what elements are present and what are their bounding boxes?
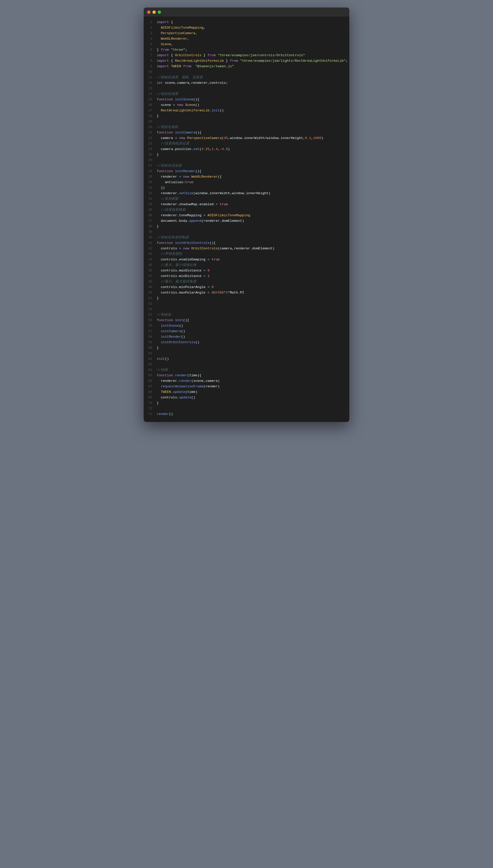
token-plain: (render) <box>203 385 220 388</box>
line-content: function init(){ <box>157 318 189 323</box>
code-line: 62init() <box>144 356 349 362</box>
token-plain: ; <box>185 48 187 52</box>
token-fn: update <box>173 390 185 394</box>
line-number: 47 <box>144 273 152 279</box>
line-number: 68 <box>144 389 152 395</box>
token-bool: true <box>220 203 228 206</box>
line-number: 22 <box>144 135 152 141</box>
token-plain <box>206 213 207 217</box>
line-content: //初始化 <box>157 312 171 318</box>
token-plain: () <box>195 103 199 107</box>
line-content: } <box>157 400 159 406</box>
token-cmt: //初始化轨道控制器 <box>157 236 189 239</box>
close-button[interactable] <box>147 10 150 14</box>
token-num: 9 <box>208 269 210 272</box>
code-line: 18} <box>144 113 349 119</box>
token-plain: camera.position. <box>157 147 193 151</box>
line-content <box>157 157 159 163</box>
line-content: antialias:true <box>157 179 193 185</box>
token-plain: controls.minPolarAngle <box>157 285 208 289</box>
token-plain: (time) <box>185 390 197 394</box>
token-plain <box>157 197 161 201</box>
line-content: controls.minPolarAngle = 0 <box>157 284 214 290</box>
token-kw: new <box>183 247 189 250</box>
line-content: initScene() <box>157 323 183 329</box>
token-plain: } <box>201 54 207 57</box>
token-cmt: //初始化相机 <box>157 125 178 129</box>
line-content: renderer = new WebGLRenderer({ <box>157 174 222 179</box>
line-number: 20 <box>144 124 152 130</box>
minimize-button[interactable] <box>152 10 156 14</box>
line-content: } from "three"; <box>157 47 187 53</box>
token-plain: controls.maxPolarAngle <box>157 291 208 295</box>
token-plain <box>218 203 220 206</box>
code-line: 23 //设置相机的位置 <box>144 141 349 147</box>
line-number: 53 <box>144 306 152 312</box>
token-kw: from <box>208 54 216 57</box>
line-number: 52 <box>144 301 152 306</box>
code-line: 39 <box>144 229 349 235</box>
token-tween: TWEEN <box>161 390 171 394</box>
token-plain: { <box>169 20 173 24</box>
token-plain <box>173 374 175 377</box>
line-number: 38 <box>144 224 152 229</box>
line-content: controls.minDistance = 1 <box>157 273 210 279</box>
token-plain: () <box>165 357 169 361</box>
line-number: 50 <box>144 290 152 296</box>
token-kw: function <box>157 318 173 322</box>
line-number: 71 <box>144 406 152 411</box>
code-line: 26 <box>144 157 349 163</box>
token-plain: renderer. <box>157 191 179 195</box>
token-plain <box>206 274 207 278</box>
line-content: initOrbitControls() <box>157 340 199 345</box>
code-line: 47 controls.minDistance = 1 <box>144 273 349 279</box>
token-plain: } <box>157 153 159 156</box>
line-content <box>157 406 159 411</box>
line-content: //最小、最大旋转角度 <box>157 279 196 284</box>
line-content: camera.position.set(4.25,1.4,-4.5) <box>157 147 230 152</box>
token-plain: , <box>187 37 189 41</box>
token-plain: controls. <box>157 396 179 399</box>
token-plain: () <box>181 335 185 339</box>
token-cmt: //初始化场景、相机、渲染器 <box>157 76 203 79</box>
token-cls: ACESFilmicToneMapping <box>161 26 203 29</box>
line-number: 44 <box>144 257 152 262</box>
token-plain: , <box>218 147 220 151</box>
code-line: 5 Scene, <box>144 42 349 47</box>
line-content: renderer.toneMapping = ACESFilmicToneMap… <box>157 213 250 218</box>
code-line: 69 controls.update() <box>144 395 349 400</box>
line-number: 69 <box>144 395 152 400</box>
token-punc: = <box>173 103 175 107</box>
token-kw: import <box>157 20 169 24</box>
code-line: 45 //最大、最小缩放比例 <box>144 262 349 268</box>
token-plain <box>173 241 175 245</box>
code-line: 60} <box>144 345 349 351</box>
token-fn: init <box>157 357 165 361</box>
line-content: render() <box>157 411 173 417</box>
token-punc: = <box>208 285 210 289</box>
line-content: //设置色彩映射 <box>157 207 186 213</box>
code-line: 53 <box>144 306 349 312</box>
token-kw: import <box>157 59 169 63</box>
line-content: initRender() <box>157 334 185 340</box>
code-line: 15function initScene(){ <box>144 97 349 102</box>
line-number: 2 <box>144 25 152 30</box>
line-number: 16 <box>144 102 152 108</box>
maximize-button[interactable] <box>158 10 161 14</box>
line-content: function initOrbitControls(){ <box>157 240 216 246</box>
line-content: scene = new Scene() <box>157 102 199 108</box>
line-content: renderer.setSize(window.innerWidth,windo… <box>157 191 271 196</box>
token-fn: update <box>179 396 191 399</box>
code-line: 28function initRender(){ <box>144 169 349 174</box>
token-plain <box>169 64 171 68</box>
token-num: 80 <box>212 291 216 295</box>
line-content <box>157 229 159 235</box>
code-line: 43 //声明有惯性 <box>144 251 349 257</box>
line-number: 42 <box>144 246 152 251</box>
token-num: 1.4 <box>212 147 218 151</box>
line-number: 49 <box>144 284 152 290</box>
token-plain <box>238 59 240 63</box>
token-kw: new <box>179 136 185 140</box>
line-number: 61 <box>144 351 152 356</box>
token-plain: * <box>224 291 226 295</box>
